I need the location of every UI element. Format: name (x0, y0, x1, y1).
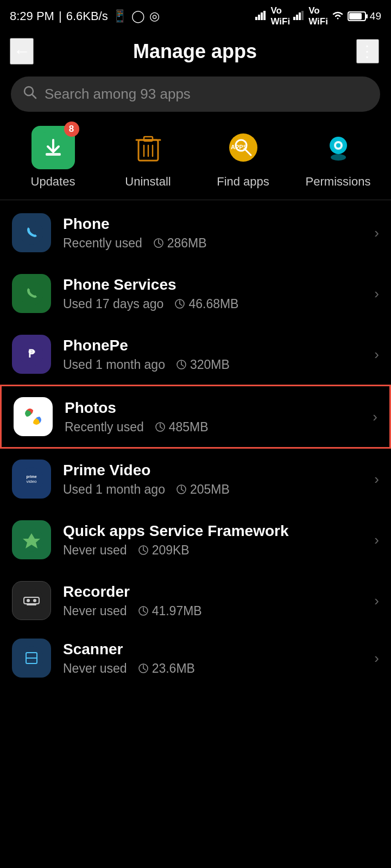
app-size-quickapps: 209KB (138, 543, 190, 558)
app-name-phoneservices: Phone Services (63, 276, 374, 293)
svg-line-64 (143, 611, 146, 612)
top-bar: ← Manage apps ⋮ (0, 30, 391, 72)
svg-rect-10 (349, 13, 362, 20)
svg-line-52 (181, 489, 184, 491)
app-name-quickapps: Quick apps Service Framework (63, 522, 374, 540)
action-permissions[interactable]: Permissions (306, 126, 371, 189)
app-meta-phonepe: Used 1 month ago 320MB (63, 358, 374, 372)
app-item-recorder[interactable]: Recorder Never used 41.97MB › (0, 570, 391, 631)
svg-rect-1 (258, 15, 260, 20)
svg-point-27 (336, 143, 340, 148)
svg-rect-5 (296, 15, 298, 20)
svg-rect-0 (255, 17, 257, 20)
app-size-photos: 485MB (155, 420, 209, 435)
svg-rect-17 (144, 137, 153, 141)
vowifi-text: VoWiFi (270, 5, 290, 27)
action-uninstall[interactable]: Uninstall (116, 126, 181, 189)
uninstall-label: Uninstall (125, 175, 171, 189)
svg-rect-6 (299, 12, 301, 20)
findapps-label: Find apps (217, 175, 269, 189)
svg-rect-2 (261, 12, 263, 20)
svg-rect-4 (293, 17, 295, 20)
app-chevron-phonepe: › (374, 346, 379, 363)
app-usage-phoneservices: Used 17 days ago (63, 297, 163, 311)
svg-line-46 (160, 427, 162, 429)
app-usage-phonepe: Used 1 month ago (63, 358, 165, 372)
app-item-phone[interactable]: Phone Recently used 286MB › (0, 202, 391, 263)
whatsapp-icon: 📱 (112, 9, 127, 23)
app-info-photos: Photos Recently used 485MB (65, 399, 373, 435)
svg-line-56 (143, 550, 146, 552)
app-info-scanner: Scanner Never used 23.6MB (63, 641, 374, 676)
app-chevron-quickapps: › (374, 532, 379, 548)
app-item-phoneservices[interactable]: Phone Services Used 17 days ago 46.68MB … (0, 263, 391, 324)
app-list: Phone Recently used 286MB › Phone Servic… (0, 202, 391, 685)
search-placeholder: Search among 93 apps (45, 86, 191, 103)
app-chevron-primevideo: › (374, 471, 379, 488)
app-icon-recorder (12, 581, 51, 620)
svg-rect-9 (366, 14, 368, 18)
updates-label: Updates (31, 175, 75, 189)
app-info-recorder: Recorder Never used 41.97MB (63, 583, 374, 618)
wifi-icon (331, 10, 344, 23)
app-item-primevideo[interactable]: prime video Prime Video Used 1 month ago… (0, 449, 391, 509)
svg-text:video: video (26, 479, 37, 484)
status-right: VoWiFi VoWiFi 49 (255, 5, 381, 27)
app-info-phone: Phone Recently used 286MB (63, 215, 374, 251)
app-item-phonepe[interactable]: ₱ PhonePe Used 1 month ago 320MB › (0, 324, 391, 385)
svg-rect-7 (301, 11, 304, 20)
svg-rect-61 (27, 604, 36, 605)
app-usage-photos: Recently used (65, 420, 144, 435)
divider-pipe: | (59, 9, 62, 23)
app-item-photos[interactable]: Photos Recently used 485MB › (0, 385, 391, 449)
svg-point-60 (33, 599, 36, 602)
search-bar-container: Search among 93 apps (0, 72, 391, 120)
action-updates[interactable]: 8 Updates (21, 126, 86, 189)
permissions-icon-wrap (317, 126, 360, 169)
app-name-phone: Phone (63, 215, 374, 233)
quick-actions: 8 Updates Uninstall APPS F (0, 120, 391, 200)
app-meta-scanner: Never used 23.6MB (63, 661, 374, 676)
svg-line-41 (181, 365, 184, 366)
app-size-primevideo: 205MB (176, 482, 230, 497)
app-item-scanner[interactable]: Scanner Never used 23.6MB › (0, 631, 391, 685)
battery-percent: 49 (370, 10, 381, 22)
uninstall-icon-wrap (127, 126, 170, 169)
svg-text:prime: prime (26, 475, 36, 479)
app-name-photos: Photos (65, 399, 373, 417)
app-name-phonepe: PhonePe (63, 337, 374, 354)
app-meta-quickapps: Never used 209KB (63, 543, 374, 558)
svg-point-33 (20, 282, 43, 305)
app-info-primevideo: Prime Video Used 1 month ago 205MB (63, 462, 374, 497)
app-name-primevideo: Prime Video (63, 462, 374, 479)
back-button[interactable]: ← (10, 38, 34, 65)
app-chevron-scanner: › (374, 650, 379, 667)
svg-point-43 (30, 414, 36, 419)
app-icon-quickapps (12, 520, 51, 559)
app-icon-primevideo: prime video (12, 459, 51, 499)
instagram-icon: ◯ (131, 9, 145, 23)
signal-icon (255, 10, 267, 23)
search-bar[interactable]: Search among 93 apps (11, 76, 380, 112)
more-options-button[interactable]: ⋮ (356, 39, 379, 63)
chrome-icon: ◎ (149, 9, 160, 23)
svg-line-12 (32, 94, 36, 98)
app-meta-photos: Recently used 485MB (65, 420, 373, 435)
app-size-phoneservices: 46.68MB (174, 297, 238, 311)
app-usage-quickapps: Never used (63, 543, 127, 558)
vowifi2-text: VoWiFi (308, 5, 328, 27)
app-icon-phone (12, 213, 51, 252)
app-chevron-recorder: › (374, 592, 379, 609)
svg-text:APPS: APPS (231, 144, 247, 150)
app-usage-recorder: Never used (63, 604, 127, 618)
svg-line-70 (143, 668, 146, 670)
svg-text:₱: ₱ (28, 348, 35, 360)
page-title: Manage apps (133, 40, 257, 63)
app-item-quickapps[interactable]: Quick apps Service Framework Never used … (0, 509, 391, 570)
updates-badge: 8 (64, 122, 79, 137)
app-usage-primevideo: Used 1 month ago (63, 482, 165, 497)
app-meta-recorder: Never used 41.97MB (63, 604, 374, 618)
action-findapps[interactable]: APPS Find apps (211, 126, 276, 189)
app-icon-phoneservices (12, 274, 51, 313)
svg-line-36 (180, 304, 182, 305)
